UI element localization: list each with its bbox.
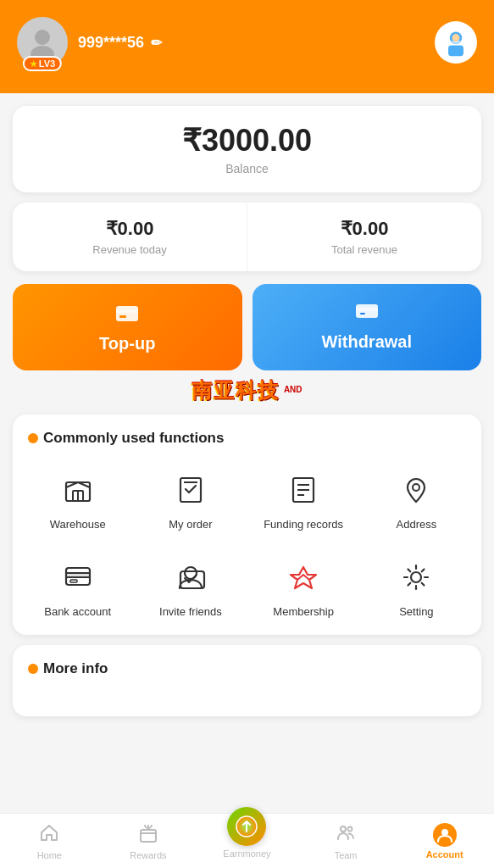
level-badge: ★ LV3 — [23, 56, 62, 71]
svg-point-34 — [348, 826, 352, 831]
function-item-membership[interactable]: Membership — [247, 548, 360, 626]
svg-point-35 — [441, 829, 448, 836]
team-nav-label: Team — [335, 850, 358, 860]
svg-marker-28 — [291, 567, 316, 588]
svg-rect-6 — [116, 309, 138, 313]
setting-label: Setting — [399, 605, 433, 618]
revenue-total-label: Total revenue — [256, 243, 473, 256]
function-item-invite-friends[interactable]: Invite friends — [134, 548, 247, 626]
svg-rect-7 — [119, 315, 126, 318]
header-left: ★ LV3 999****56 ✏ — [17, 17, 162, 68]
withdrawal-button[interactable]: Withdrawal — [253, 284, 482, 370]
more-info-title-text: More info — [43, 660, 108, 677]
nav-item-earnmoney[interactable]: Earnmoney — [197, 814, 297, 868]
warehouse-label: Warehouse — [50, 518, 106, 531]
rewards-nav-label: Rewards — [130, 850, 166, 860]
common-functions-title-text: Commonly used functions — [43, 430, 224, 447]
watermark-sub: AND — [284, 385, 303, 394]
funding-records-icon — [282, 469, 325, 511]
svg-rect-3 — [448, 46, 463, 57]
function-item-my-order[interactable]: My order — [134, 460, 247, 539]
revenue-today-item: ₹0.00 Revenue today — [13, 203, 247, 271]
nav-item-home[interactable]: Home — [0, 814, 99, 868]
home-icon — [39, 822, 59, 848]
my-order-label: My order — [169, 518, 212, 531]
function-item-address[interactable]: Address — [360, 460, 473, 539]
topup-label: Top-up — [99, 334, 155, 353]
funding-records-label: Funding records — [264, 518, 343, 531]
svg-point-4 — [452, 34, 460, 42]
nav-item-rewards[interactable]: Rewards — [99, 814, 198, 868]
watermark: 南亚科技 AND — [0, 377, 494, 404]
account-nav-label: Account — [426, 849, 463, 860]
header: ★ LV3 999****56 ✏ — [0, 0, 494, 93]
revenue-total-item: ₹0.00 Total revenue — [247, 203, 481, 271]
topup-icon — [114, 301, 140, 329]
topup-button[interactable]: Top-up — [13, 284, 242, 370]
function-item-bank-account[interactable]: Bank account — [21, 548, 134, 626]
revenue-card: ₹0.00 Revenue today ₹0.00 Total revenue — [13, 203, 481, 271]
function-item-funding-records[interactable]: Funding records — [247, 460, 360, 539]
my-order-icon — [169, 469, 212, 511]
svg-rect-30 — [141, 830, 156, 842]
bank-account-label: Bank account — [44, 605, 111, 618]
setting-icon — [395, 556, 437, 598]
address-label: Address — [397, 518, 437, 531]
username-text: 999****56 — [78, 34, 144, 52]
common-functions-card: Commonly used functions Warehouse — [13, 415, 481, 635]
svg-rect-10 — [360, 313, 365, 314]
rewards-icon — [138, 822, 158, 848]
membership-icon — [282, 556, 325, 598]
edit-icon[interactable]: ✏ — [151, 35, 162, 51]
nav-item-team[interactable]: Team — [297, 814, 396, 868]
revenue-total-amount: ₹0.00 — [256, 218, 473, 240]
warehouse-icon — [57, 469, 99, 511]
watermark-text: 南亚科技 — [191, 379, 280, 402]
membership-label: Membership — [273, 605, 334, 618]
svg-point-29 — [411, 572, 421, 582]
bottom-nav: Home Rewards Earnmoney — [0, 813, 494, 868]
revenue-today-amount: ₹0.00 — [21, 218, 238, 240]
more-info-card: More info — [13, 645, 481, 716]
earnmoney-nav-label: Earnmoney — [223, 849, 270, 859]
profile-avatar-right[interactable] — [435, 21, 477, 64]
level-text: LV3 — [39, 58, 55, 69]
avatar-wrap: ★ LV3 — [17, 17, 68, 68]
common-functions-title: Commonly used functions — [21, 430, 473, 447]
earnmoney-icon — [227, 807, 266, 846]
nav-item-account[interactable]: Account — [395, 814, 494, 868]
svg-rect-25 — [70, 580, 77, 582]
functions-grid: Warehouse My order — [21, 460, 473, 626]
more-info-title: More info — [21, 660, 473, 677]
balance-amount: ₹3000.00 — [30, 123, 464, 159]
team-icon — [336, 822, 356, 848]
account-icon — [433, 823, 457, 847]
function-item-warehouse[interactable]: Warehouse — [21, 460, 134, 539]
svg-rect-5 — [116, 306, 138, 321]
withdrawal-icon — [354, 301, 380, 327]
home-nav-label: Home — [37, 850, 62, 860]
balance-card: ₹3000.00 Balance — [13, 106, 481, 192]
more-info-dot-icon — [28, 664, 38, 674]
address-icon — [395, 469, 437, 511]
svg-rect-9 — [356, 308, 378, 311]
bank-account-icon — [57, 556, 99, 598]
balance-label: Balance — [30, 162, 464, 175]
svg-point-0 — [35, 30, 50, 45]
invite-friends-label: Invite friends — [159, 605, 222, 618]
withdrawal-label: Withdrawal — [322, 332, 413, 352]
svg-point-33 — [341, 826, 346, 832]
invite-friends-icon — [169, 556, 212, 598]
orange-dot-icon — [28, 433, 38, 443]
username: 999****56 ✏ — [78, 34, 162, 52]
svg-point-20 — [413, 484, 419, 491]
function-item-setting[interactable]: Setting — [360, 548, 473, 626]
action-buttons: Top-up Withdrawal — [13, 284, 481, 370]
level-star-icon: ★ — [30, 59, 37, 69]
revenue-today-label: Revenue today — [21, 243, 238, 256]
